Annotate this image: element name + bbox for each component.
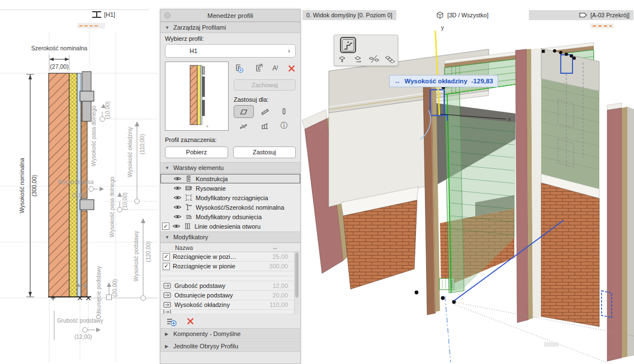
modifier-value[interactable]: 300,00 bbox=[253, 263, 300, 270]
selection-handle[interactable] bbox=[415, 291, 419, 295]
info-button[interactable]: ⓘ bbox=[276, 120, 292, 131]
modifier-row[interactable]: Wysokość okładziny 110,00 bbox=[160, 300, 300, 310]
profile-tag[interactable]: [H1] bbox=[92, 11, 115, 18]
section-element-layers[interactable]: ▼ Warstwy elementu bbox=[160, 162, 300, 173]
wall-right[interactable] bbox=[515, 49, 599, 327]
selection-handle[interactable] bbox=[542, 50, 545, 53]
eye-icon[interactable] bbox=[173, 193, 182, 202]
layer-label: Linie odniesienia otworu bbox=[195, 223, 261, 230]
delete-modifier-icon[interactable] bbox=[186, 317, 195, 325]
section-marker-dashes bbox=[590, 23, 614, 29]
masonry-layer[interactable] bbox=[49, 73, 69, 297]
checkbox-checked[interactable]: ✓ bbox=[162, 223, 169, 230]
modifier-handle[interactable] bbox=[141, 296, 146, 301]
apply-roof-button[interactable] bbox=[256, 105, 274, 117]
selection-handle[interactable] bbox=[559, 51, 562, 54]
air-gap-layer[interactable] bbox=[77, 73, 81, 297]
modifier-row-partial[interactable] bbox=[160, 310, 300, 314]
layer-row-rysowanie[interactable]: Rysowanie bbox=[160, 183, 300, 193]
pickup-button[interactable]: Pobierz bbox=[165, 146, 228, 158]
ann-podstawa-label: Wysokość podstawy bbox=[133, 231, 139, 282]
layer-row-konstrukcja[interactable]: Konstrukcja bbox=[160, 174, 300, 183]
wall-far-right[interactable] bbox=[607, 103, 634, 361]
close-icon[interactable] bbox=[164, 12, 171, 18]
modifier-value[interactable]: 12,00 bbox=[253, 282, 300, 289]
section-modifiers-label: Modyfikatory bbox=[173, 234, 208, 240]
tooltip-label: Wysokość okładziny bbox=[405, 78, 467, 84]
scrollbar[interactable] bbox=[294, 252, 300, 314]
insulation-layer[interactable] bbox=[69, 73, 77, 297]
apply-beam-button[interactable] bbox=[234, 120, 254, 131]
modifier-row[interactable]: Odsunięcie podstawy 20,00 bbox=[160, 291, 300, 300]
delete-profile-icon[interactable] bbox=[287, 64, 296, 73]
modifier-row[interactable]: ✓ Rozciągnięcie w pionie 300,00 bbox=[160, 262, 300, 271]
panel-titlebar[interactable]: Menedżer profili bbox=[160, 10, 300, 22]
selection-handle[interactable] bbox=[570, 54, 573, 58]
eye-icon[interactable] bbox=[173, 174, 182, 183]
bracket-upper[interactable] bbox=[80, 91, 94, 101]
eye-icon[interactable] bbox=[173, 212, 182, 221]
section-manage-profiles[interactable]: ▼ Zarządzaj Profilami bbox=[160, 22, 300, 33]
layer-row-opening-reference-lines[interactable]: ✓ Linie odniesienia otworu bbox=[160, 221, 300, 231]
triangle-right-icon: ▶ bbox=[165, 344, 170, 349]
selection-handle[interactable] bbox=[441, 296, 445, 300]
move-tool-button[interactable] bbox=[336, 54, 349, 64]
eye-icon[interactable] bbox=[172, 222, 181, 230]
layer-row-nominal-size[interactable]: Wysokość/Szerokość nominalna bbox=[160, 202, 300, 212]
modifier-value[interactable]: 20,00 bbox=[253, 292, 300, 299]
tab-section-view[interactable]: [A-03 Przekrój] bbox=[529, 10, 633, 20]
modifier-handle[interactable] bbox=[107, 295, 112, 300]
modifier-handle[interactable] bbox=[83, 328, 88, 333]
checkbox-checked[interactable]: ✓ bbox=[163, 263, 170, 270]
modifier-row[interactable]: ✓ Rozciągnięcie w pozi… 25,00 bbox=[160, 252, 300, 262]
checkbox-checked[interactable]: ✓ bbox=[163, 253, 170, 261]
bracket-lower[interactable] bbox=[80, 200, 94, 210]
apply-column-button[interactable] bbox=[276, 105, 292, 117]
tab-3d-view[interactable]: [3D / Wszystko] bbox=[436, 10, 489, 20]
modifier-name: Odsunięcie podstawy bbox=[174, 292, 233, 299]
section-components[interactable]: ▶ Komponenty - Domyślne bbox=[160, 328, 300, 339]
apply-button[interactable]: Zastosuj bbox=[233, 146, 296, 158]
apply-railing-button[interactable] bbox=[256, 120, 274, 131]
ann-wciecie-value: (3,00) bbox=[72, 192, 87, 198]
add-modifier-icon[interactable] bbox=[166, 316, 177, 327]
save-button[interactable]: Zachowaj bbox=[234, 79, 296, 91]
tab-plan-view[interactable]: 0. Widok domyślny [0. Poziom 0] bbox=[302, 10, 396, 20]
eye-icon[interactable] bbox=[173, 184, 182, 192]
rename-profile-icon[interactable]: Aᴵ bbox=[272, 64, 278, 72]
y-axis-label: y bbox=[441, 25, 444, 31]
new-profile-icon[interactable] bbox=[234, 63, 244, 73]
layer-row-offset-modifiers[interactable]: Modyfikatory odsunięcia bbox=[160, 212, 300, 221]
rotate-tool-button[interactable] bbox=[352, 54, 365, 64]
ann-podstawa-value: (120,00) bbox=[145, 241, 152, 262]
profile-editor-2d-view: [H1] Szerokość nominalna (27,00) Wysokoś… bbox=[0, 0, 159, 364]
modifier-row[interactable]: Grubość podstawy 12,00 bbox=[160, 281, 300, 291]
ann-grubosc-value: (12,00) bbox=[74, 334, 92, 340]
modifier-handle[interactable] bbox=[117, 207, 122, 212]
modifier-value[interactable]: 25,00 bbox=[253, 253, 300, 260]
selection-handle[interactable] bbox=[573, 56, 576, 60]
section-modifiers[interactable]: ▼ Modyfikatory bbox=[160, 231, 300, 243]
duplicate-profile-icon[interactable] bbox=[253, 63, 263, 73]
preview-profile-drawing: x bbox=[190, 65, 209, 128]
apply-wall-button[interactable] bbox=[234, 105, 254, 118]
modifier-handle[interactable] bbox=[135, 199, 140, 204]
layer-row-stretch-modifiers[interactable]: Modyfikatory rozciągnięcia bbox=[160, 193, 300, 202]
eye-icon[interactable] bbox=[173, 203, 182, 211]
profile-select[interactable]: H1 › bbox=[165, 44, 296, 58]
section-uniform-outlines[interactable]: ▶ Jednolite Obrysy Profilu bbox=[160, 341, 300, 352]
modifier-row-empty bbox=[160, 276, 300, 281]
selection-handle[interactable] bbox=[565, 53, 568, 56]
triangle-right-icon: ▶ bbox=[165, 332, 170, 337]
selection-handle[interactable] bbox=[553, 49, 556, 53]
scrollbar-thumb[interactable] bbox=[295, 253, 299, 297]
edit-profile-tool-button[interactable] bbox=[340, 37, 356, 53]
axis-dashdot-line bbox=[445, 296, 451, 362]
modifier-value[interactable]: 110,00 bbox=[253, 301, 300, 308]
modifier-handle[interactable] bbox=[89, 187, 94, 192]
mirror-tool-button[interactable] bbox=[367, 54, 381, 64]
profile-select-value: H1 bbox=[190, 48, 197, 54]
multiply-tool-button[interactable] bbox=[383, 54, 396, 64]
cladding-lower[interactable] bbox=[81, 211, 87, 297]
modifier-handle[interactable] bbox=[100, 117, 105, 122]
